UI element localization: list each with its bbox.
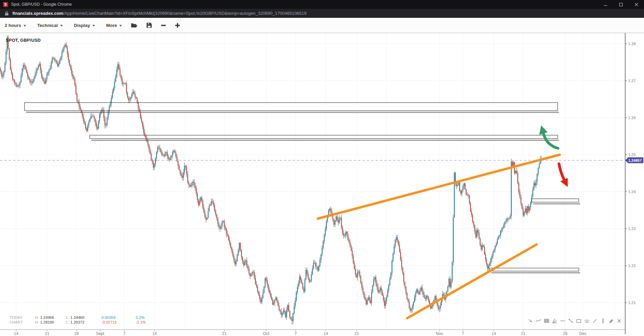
date-tick-label: 28 — [563, 331, 567, 336]
resistance-zone-lower — [90, 135, 558, 139]
close-icon — [616, 318, 622, 324]
today-change-value: 0.00269 — [101, 315, 128, 320]
price-tick-label: 1.23 — [628, 227, 636, 231]
annotation-lines-layer — [0, 125, 625, 318]
chart-change-value: -0.02715 — [101, 320, 128, 325]
current-price-badge: 1.24857 — [625, 157, 643, 163]
tool-pointer-arrow[interactable] — [527, 318, 533, 324]
fan-lines-icon — [552, 318, 558, 324]
chevron-down-icon — [92, 25, 95, 27]
window-title: Spot, GBP/USD - Google Chrome — [11, 2, 72, 7]
chart-toolbar: 2 hours Technical Display More — [0, 18, 644, 33]
date-tick-label: 21 — [521, 331, 525, 336]
annotation-zones-layer — [25, 103, 580, 273]
window-titlebar: S Spot, GBP/USD - Google Chrome — [0, 0, 644, 9]
maximize-icon — [619, 3, 623, 6]
tool-trend-line[interactable] — [568, 318, 574, 324]
date-tick-label: Nov — [436, 331, 443, 336]
date-tick-label: 21 — [45, 331, 49, 336]
minimize-button[interactable] — [598, 0, 613, 9]
technical-dropdown[interactable]: Technical — [37, 23, 63, 28]
date-tick-label: 21 — [354, 331, 359, 336]
timeframe-label: 2 hours — [5, 23, 21, 28]
chart-high-label: H: — [35, 320, 39, 325]
technical-label: Technical — [37, 23, 58, 28]
window-controls — [598, 0, 644, 9]
chart-label: CHART: — [9, 320, 30, 325]
price-stats-legend: TODAY: H:1.24956 L:1.24460 0.00269 0.2% … — [9, 315, 153, 325]
minimize-icon — [604, 3, 607, 6]
maximize-button[interactable] — [613, 0, 629, 9]
more-label: More — [106, 23, 117, 28]
tool-close[interactable] — [616, 318, 622, 324]
marker-icon — [608, 318, 614, 324]
chevron-down-icon — [119, 25, 122, 27]
date-tick-label: Oct — [263, 331, 269, 336]
today-low-label: L: — [66, 315, 69, 320]
tool-rectangle[interactable] — [576, 318, 582, 324]
chart-stats-row: CHART: H:1.28190 L:1.20372 -0.02715 -2.1… — [9, 320, 153, 325]
chart-symbol-title: SPOT, GBP/USD — [6, 38, 41, 43]
curve-icon — [535, 318, 542, 324]
save-icon — [146, 23, 152, 28]
today-low-value: 1.24460 — [71, 315, 85, 320]
more-dropdown[interactable]: More — [106, 23, 122, 28]
toolbar-separator — [600, 318, 606, 324]
tool-text-abc[interactable]: Abc — [584, 318, 590, 324]
date-tick-label: 21 — [222, 331, 227, 336]
trend-line-icon — [568, 318, 574, 324]
chevron-down-icon — [24, 25, 26, 27]
price-tick-label: 1.22 — [628, 264, 636, 268]
tool-fan-lines[interactable] — [552, 318, 558, 324]
chart-high-value: 1.28190 — [40, 320, 54, 325]
date-tick-label: 14 — [324, 331, 328, 336]
horizontal-line-icon — [560, 318, 566, 324]
axes-layer: 1.281.271.261.251.241.231.221.21142128Se… — [0, 33, 644, 336]
today-stats-row: TODAY: H:1.24956 L:1.24460 0.00269 0.2% — [9, 315, 153, 320]
minus-icon — [161, 23, 166, 28]
separator-icon — [600, 318, 606, 324]
date-tick-label: 14 — [491, 331, 496, 336]
save-chart-button[interactable] — [146, 23, 152, 28]
browser-address-bar[interactable]: financials.spreadex.com/App/Home/LiveCha… — [0, 9, 644, 18]
url-domain: financials.spreadex.com — [12, 11, 63, 16]
price-tick-label: 1.27 — [628, 79, 636, 83]
plus-icon — [175, 23, 180, 28]
tool-curve[interactable] — [535, 318, 542, 324]
today-change-percent: 0.2% — [136, 315, 153, 320]
date-tick-label: 14 — [14, 331, 18, 336]
zoom-in-button[interactable] — [175, 23, 180, 28]
display-dropdown[interactable]: Display — [74, 23, 95, 28]
lock-icon — [5, 11, 9, 16]
price-tick-label: 1.24 — [628, 190, 636, 194]
tool-horizontal-line[interactable] — [560, 318, 566, 324]
tool-diagonal-line[interactable] — [592, 318, 598, 324]
diagonal-line-icon — [592, 318, 598, 324]
spreadex-favicon: S — [3, 2, 8, 7]
zoom-out-button[interactable] — [161, 23, 166, 28]
date-tick-label: Dec — [579, 331, 586, 336]
drawing-toolbar: Abc — [526, 316, 622, 325]
chart-low-label: L: — [66, 320, 69, 325]
tool-marker[interactable] — [608, 318, 614, 324]
price-chart-canvas[interactable]: 1.281.271.261.251.241.231.221.21142128Se… — [0, 0, 644, 336]
rising-wedge-bottom — [407, 245, 536, 318]
price-tick-label: 1.25 — [628, 153, 636, 157]
tool-grid[interactable] — [544, 318, 550, 324]
grid-icon — [544, 318, 550, 324]
today-high-value: 1.24956 — [40, 315, 54, 320]
support-box-lower — [489, 268, 579, 271]
today-high-label: H: — [35, 315, 39, 320]
chart-change-percent: -2.1% — [136, 320, 153, 325]
display-label: Display — [74, 23, 90, 28]
price-tick-label: 1.26 — [628, 116, 636, 120]
close-button[interactable] — [629, 0, 644, 9]
open-folder-icon — [131, 23, 137, 28]
timeframe-dropdown[interactable]: 2 hours — [5, 23, 26, 28]
browser-window: 1.281.271.261.251.241.231.221.21142128Se… — [0, 0, 644, 336]
open-chart-button[interactable] — [131, 23, 137, 28]
support-box-upper — [531, 199, 579, 202]
chart-low-value: 1.20372 — [71, 320, 85, 325]
price-tick-label: 1.28 — [628, 42, 636, 46]
date-tick-label: 7 — [295, 331, 297, 336]
